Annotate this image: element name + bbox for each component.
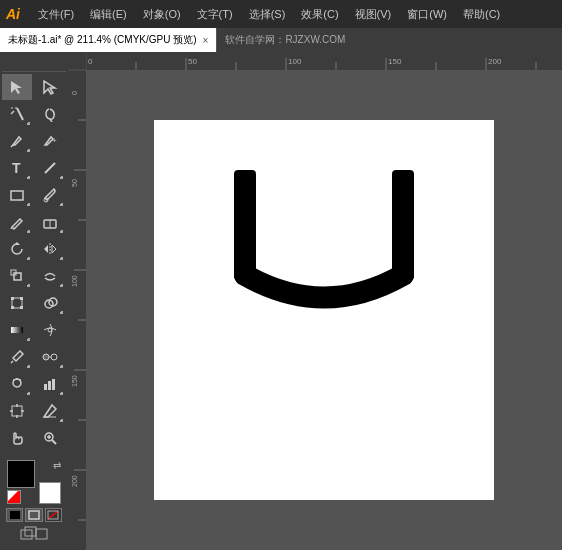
- none-color-indicator: [7, 490, 21, 504]
- arrange-button[interactable]: [20, 526, 48, 544]
- menu-file[interactable]: 文件(F): [30, 5, 82, 24]
- tool-grid: + T: [2, 74, 66, 451]
- svg-text:50: 50: [71, 179, 78, 187]
- tool-hand[interactable]: [2, 425, 32, 451]
- tool-corner-indicator: [60, 284, 63, 287]
- tool-selection[interactable]: [2, 74, 32, 100]
- svg-text:T: T: [12, 160, 21, 176]
- menu-edit[interactable]: 编辑(E): [82, 5, 135, 24]
- foreground-color-swatch[interactable]: [7, 460, 35, 488]
- tool-add-anchor[interactable]: +: [35, 128, 65, 154]
- menu-items: 文件(F) 编辑(E) 对象(O) 文字(T) 选择(S) 效果(C) 视图(V…: [30, 5, 508, 24]
- tool-reflect[interactable]: [35, 236, 65, 262]
- tool-corner-indicator: [60, 311, 63, 314]
- svg-line-7: [11, 144, 14, 147]
- tool-zoom[interactable]: [35, 425, 65, 451]
- bracket-artwork: [214, 160, 434, 320]
- svg-text:200: 200: [71, 475, 78, 487]
- tab-website[interactable]: 软件自学网：RJZXW.COM: [217, 28, 353, 52]
- tool-magic-wand[interactable]: [2, 101, 32, 127]
- svg-rect-28: [11, 327, 23, 333]
- tool-corner-indicator: [60, 230, 63, 233]
- tool-eyedropper[interactable]: [2, 344, 32, 370]
- tool-direct-selection[interactable]: [35, 74, 65, 100]
- tool-type[interactable]: T: [2, 155, 32, 181]
- menu-help[interactable]: 帮助(C): [455, 5, 508, 24]
- active-tab[interactable]: 未标题-1.ai* @ 211.4% (CMYK/GPU 预览) ×: [0, 28, 216, 52]
- svg-marker-15: [14, 242, 20, 245]
- svg-rect-56: [25, 527, 36, 536]
- tool-rect[interactable]: [2, 182, 32, 208]
- tab-bar: 未标题-1.ai* @ 211.4% (CMYK/GPU 预览) × 软件自学网…: [0, 28, 562, 52]
- ruler-top-marks: 0 50 100 150 200: [68, 52, 562, 70]
- arrange-icon-area: [6, 526, 62, 544]
- tool-free-transform[interactable]: [2, 290, 32, 316]
- svg-text:0: 0: [71, 91, 78, 95]
- svg-line-3: [11, 111, 14, 114]
- svg-line-10: [45, 163, 55, 173]
- tool-corner-indicator: [27, 149, 30, 152]
- menu-select[interactable]: 选择(S): [241, 5, 294, 24]
- tool-pencil[interactable]: [2, 209, 32, 235]
- tool-mesh[interactable]: [35, 317, 65, 343]
- svg-point-31: [43, 354, 49, 360]
- tool-corner-indicator: [27, 122, 30, 125]
- tool-corner-indicator: [60, 257, 63, 260]
- svg-rect-55: [21, 530, 32, 539]
- tool-corner-indicator: [27, 176, 30, 179]
- tool-pen[interactable]: [2, 128, 32, 154]
- menu-object[interactable]: 对象(O): [135, 5, 189, 24]
- svg-rect-39: [48, 381, 51, 390]
- none-indicator[interactable]: [45, 508, 62, 522]
- svg-rect-40: [52, 379, 55, 390]
- tool-blend[interactable]: [35, 344, 65, 370]
- menu-view[interactable]: 视图(V): [347, 5, 400, 24]
- tool-symbol-sprayer[interactable]: [2, 371, 32, 397]
- tool-lasso[interactable]: [35, 101, 65, 127]
- menu-window[interactable]: 窗口(W): [399, 5, 455, 24]
- svg-rect-25: [20, 306, 23, 309]
- tab-close-button[interactable]: ×: [203, 35, 209, 46]
- tool-corner-indicator: [60, 176, 63, 179]
- svg-rect-19: [14, 273, 21, 280]
- tool-eraser[interactable]: [35, 209, 65, 235]
- fill-indicator[interactable]: [6, 508, 23, 522]
- tool-slice[interactable]: [35, 398, 65, 424]
- menu-effect[interactable]: 效果(C): [293, 5, 346, 24]
- svg-rect-91: [392, 170, 414, 280]
- tool-corner-indicator: [27, 365, 30, 368]
- tool-scale[interactable]: [2, 263, 32, 289]
- swap-colors-icon[interactable]: ⇄: [53, 460, 61, 471]
- svg-line-48: [52, 440, 56, 444]
- svg-rect-24: [11, 306, 14, 309]
- svg-marker-17: [44, 245, 48, 253]
- svg-text:+: +: [52, 136, 57, 145]
- svg-text:100: 100: [288, 57, 302, 66]
- svg-text:100: 100: [71, 275, 78, 287]
- svg-rect-57: [36, 529, 47, 539]
- svg-text:150: 150: [71, 375, 78, 387]
- tool-warp[interactable]: [35, 263, 65, 289]
- tool-shape-builder[interactable]: [35, 290, 65, 316]
- website-label: 软件自学网：RJZXW.COM: [225, 33, 345, 47]
- tool-rotate[interactable]: [2, 236, 32, 262]
- tool-artboard[interactable]: [2, 398, 32, 424]
- stroke-indicator[interactable]: [25, 508, 42, 522]
- tool-paintbrush[interactable]: [35, 182, 65, 208]
- tab-label: 未标题-1.ai* @ 211.4% (CMYK/GPU 预览): [8, 33, 197, 47]
- svg-text:150: 150: [388, 57, 402, 66]
- tool-gradient[interactable]: [2, 317, 32, 343]
- menu-type[interactable]: 文字(T): [189, 5, 241, 24]
- svg-line-53: [48, 511, 58, 519]
- background-color-swatch[interactable]: [39, 482, 61, 504]
- tool-line[interactable]: [35, 155, 65, 181]
- tool-corner-indicator: [60, 365, 63, 368]
- svg-line-2: [17, 108, 23, 120]
- canvas-content: [86, 70, 562, 550]
- svg-line-30: [11, 361, 13, 363]
- white-canvas: [154, 120, 494, 500]
- ruler-top: 0 50 100 150 200: [68, 52, 562, 70]
- svg-marker-0: [11, 81, 22, 94]
- svg-text:200: 200: [488, 57, 502, 66]
- tool-column-graph[interactable]: [35, 371, 65, 397]
